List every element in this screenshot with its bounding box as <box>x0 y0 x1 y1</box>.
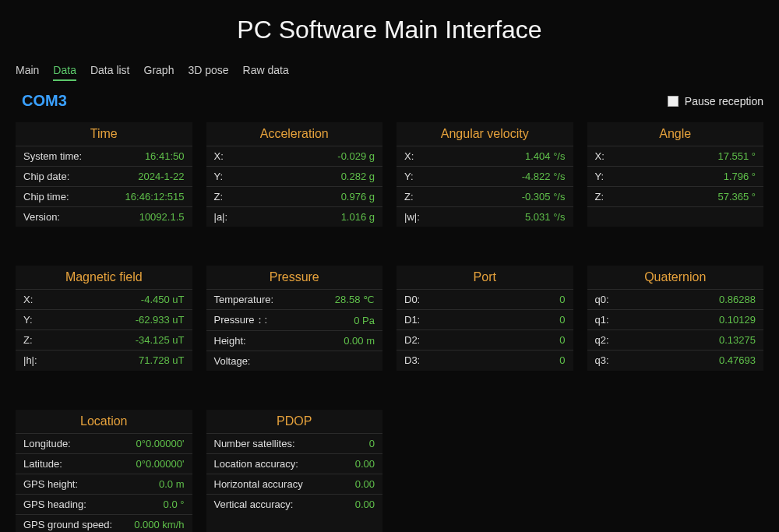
panel-title-time: Time <box>16 122 192 146</box>
value-gps-height: 0.0 m <box>159 478 185 490</box>
panel-title-pdop: PDOP <box>206 410 383 433</box>
value-system-time: 16:41:50 <box>145 150 185 162</box>
label-q2: q2: <box>595 334 609 346</box>
value-mag-mag: 71.728 uT <box>139 354 185 366</box>
value-mag-y: -62.933 uT <box>136 314 185 326</box>
value-angle-x: 17.551 ° <box>717 150 756 162</box>
value-latitude: 0°0.00000' <box>136 458 185 470</box>
value-angvel-z: -0.305 °/s <box>522 191 566 203</box>
label-location-accuracy: Location accuracy: <box>214 458 298 470</box>
value-version: 10092.1.5 <box>139 211 185 223</box>
panel-title-angle: Angle <box>587 122 764 146</box>
value-q0: 0.86288 <box>719 294 756 305</box>
tab-datalist[interactable]: Data list <box>90 64 130 81</box>
label-q0: q0: <box>595 294 609 305</box>
label-gps-ground-speed: GPS ground speed: <box>23 519 112 530</box>
label-chip-time: Chip time: <box>23 191 69 203</box>
value-height: 0.00 m <box>344 335 375 347</box>
label-horizontal-accuracy: Horizontal accuracy <box>214 478 303 490</box>
tab-bar: Main Data Data list Graph 3D pose Raw da… <box>16 64 763 81</box>
value-num-satellites: 0 <box>369 438 375 449</box>
value-d2: 0 <box>559 334 565 346</box>
com-port-label: COM3 <box>22 92 67 110</box>
label-mag-x: X: <box>23 294 33 305</box>
value-accel-x: -0.029 g <box>337 150 375 162</box>
value-accel-y: 0.282 g <box>341 171 375 182</box>
panel-location: Location Longitude:0°0.00000' Latitude:0… <box>16 410 192 532</box>
panel-title-magnetic-field: Magnetic field <box>16 266 192 289</box>
label-accel-mag: |a|: <box>214 211 228 223</box>
value-gps-ground-speed: 0.000 km/h <box>134 519 184 530</box>
panel-title-location: Location <box>16 410 192 433</box>
label-d2: D2: <box>404 334 420 346</box>
panel-time: Time System time:16:41:50 Chip date:2024… <box>16 122 192 227</box>
value-pressure: 0 Pa <box>354 315 375 326</box>
page-title: PC Software Main Interface <box>16 16 763 44</box>
label-q1: q1: <box>595 314 609 326</box>
label-system-time: System time: <box>23 150 82 162</box>
value-q2: 0.13275 <box>719 334 756 346</box>
value-accel-z: 0.976 g <box>341 191 375 203</box>
value-d0: 0 <box>559 294 565 305</box>
label-d1: D1: <box>404 314 420 326</box>
value-angvel-x: 1.404 °/s <box>525 150 565 162</box>
label-gps-heading: GPS heading: <box>23 499 86 510</box>
label-d3: D3: <box>404 354 420 366</box>
label-accel-y: Y: <box>214 171 224 182</box>
value-chip-date: 2024-1-22 <box>138 171 184 182</box>
label-chip-date: Chip date: <box>23 171 69 182</box>
value-gps-heading: 0.0 ° <box>164 499 185 510</box>
panel-title-port: Port <box>397 266 573 289</box>
label-angle-y: Y: <box>595 171 605 182</box>
label-gps-height: GPS height: <box>23 478 78 490</box>
tab-rawdata[interactable]: Raw data <box>243 64 289 81</box>
tab-main[interactable]: Main <box>16 64 39 81</box>
pause-reception-checkbox[interactable] <box>668 96 679 107</box>
value-chip-time: 16:46:12:515 <box>125 191 185 203</box>
panel-angle: Angle X:17.551 ° Y:1.796 ° Z:57.365 ° <box>587 122 764 227</box>
value-angvel-y: -4.822 °/s <box>522 171 566 182</box>
panel-title-acceleration: Acceleration <box>206 122 383 146</box>
label-angvel-y: Y: <box>404 171 414 182</box>
value-angle-y: 1.796 ° <box>724 171 756 182</box>
panel-pdop: PDOP Number satellites:0 Location accura… <box>206 410 383 532</box>
value-vertical-accuracy: 0.00 <box>355 499 375 510</box>
value-longitude: 0°0.00000' <box>136 438 185 449</box>
label-angvel-mag: |w|: <box>404 211 420 223</box>
label-q3: q3: <box>595 354 609 366</box>
label-latitude: Latitude: <box>23 458 62 470</box>
value-d1: 0 <box>559 314 565 326</box>
label-angle-z: Z: <box>595 191 605 203</box>
value-location-accuracy: 0.00 <box>355 458 375 470</box>
value-horizontal-accuracy: 0.00 <box>355 478 375 490</box>
data-grid: Time System time:16:41:50 Chip date:2024… <box>16 122 763 532</box>
panel-acceleration: Acceleration X:-0.029 g Y:0.282 g Z:0.97… <box>206 122 383 227</box>
label-mag-y: Y: <box>23 314 33 326</box>
label-pressure: Pressure：: <box>214 313 268 327</box>
tab-3dpose[interactable]: 3D pose <box>188 64 228 81</box>
label-angvel-x: X: <box>404 150 414 162</box>
label-version: Version: <box>23 211 60 223</box>
label-height: Height: <box>214 335 246 347</box>
panel-title-pressure: Pressure <box>206 266 383 289</box>
label-longitude: Longitude: <box>23 438 71 449</box>
panel-title-quaternion: Quaternion <box>587 266 764 289</box>
panel-quaternion: Quaternion q0:0.86288 q1:0.10129 q2:0.13… <box>587 266 764 371</box>
label-accel-z: Z: <box>214 191 224 203</box>
label-d0: D0: <box>404 294 420 305</box>
value-accel-mag: 1.016 g <box>341 211 375 223</box>
label-mag-mag: |h|: <box>23 354 37 366</box>
panel-port: Port D0:0 D1:0 D2:0 D3:0 <box>397 266 573 371</box>
tab-data[interactable]: Data <box>53 64 76 81</box>
value-mag-x: -4.450 uT <box>141 294 185 305</box>
value-q3: 0.47693 <box>719 354 756 366</box>
value-mag-z: -34.125 uT <box>136 334 185 346</box>
label-vertical-accuracy: Vertical accuracy: <box>214 499 294 510</box>
label-num-satellites: Number satellites: <box>214 438 295 449</box>
panel-pressure: Pressure Temperature:28.58 ℃ Pressure：:0… <box>206 266 383 371</box>
label-temperature: Temperature: <box>214 294 274 305</box>
label-angle-x: X: <box>595 150 605 162</box>
empty-row <box>587 206 764 227</box>
tab-graph[interactable]: Graph <box>144 64 174 81</box>
label-angvel-z: Z: <box>404 191 414 203</box>
